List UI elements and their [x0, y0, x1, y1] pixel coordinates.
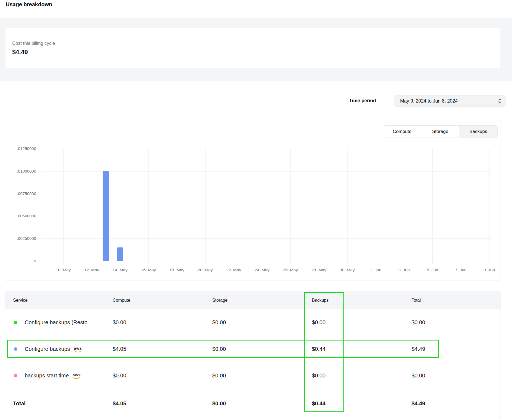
y-axis-tick-label: .01000000 — [6, 169, 36, 173]
table-row[interactable]: backups start timeaws$0.00$0.00$0.00$0.0… — [5, 362, 501, 389]
x-grid-line — [432, 149, 433, 261]
total-cost-cell: $0.00 — [212, 389, 226, 418]
y-axis-tick-label: .00750000 — [6, 191, 36, 196]
x-axis-tick — [120, 261, 120, 263]
cost-cell: $0.00 — [312, 362, 325, 389]
total-cost-cell: $0.44 — [312, 389, 325, 418]
y-axis-tick-label: .01250000 — [6, 146, 36, 151]
service-legend-dot — [14, 347, 17, 351]
column-header-total: Total — [412, 291, 421, 309]
x-grid-line — [234, 149, 234, 261]
time-period-value: May 9, 2024 to Jun 8, 2024 — [400, 98, 498, 104]
column-header-service: Service — [13, 291, 27, 309]
chart-bar[interactable] — [117, 247, 123, 261]
page-title: Usage breakdown — [6, 1, 52, 8]
table-row[interactable]: Configure backupsaws$4.05$0.00$0.44$4.49 — [5, 336, 501, 362]
chart-bar[interactable] — [103, 171, 109, 261]
column-header-storage: Storage — [212, 291, 227, 309]
cost-cell: $0.00 — [113, 309, 126, 336]
cost-cell: $0.44 — [312, 336, 325, 362]
x-axis-tick-label: 28. May — [305, 268, 333, 272]
y-axis-tick-label: .00250000 — [6, 236, 36, 241]
service-name: backups start timeaws — [25, 362, 106, 389]
x-axis-tick-label: 5. Jun — [418, 268, 447, 272]
x-axis-tick — [432, 261, 433, 263]
cost-cell: $4.05 — [113, 336, 126, 362]
x-axis-tick-label: 24. May — [248, 268, 276, 272]
cost-cell: $0.00 — [212, 336, 226, 362]
service-name: Configure backups (Resto — [25, 309, 106, 336]
billing-cycle-amount: $4.49 — [12, 49, 28, 56]
x-axis-tick — [347, 261, 347, 263]
cost-cell: $0.00 — [312, 309, 325, 336]
cost-cell: $0.00 — [212, 362, 226, 389]
x-axis-tick-label: 1. Jun — [362, 268, 390, 272]
x-axis-tick — [148, 261, 149, 263]
x-axis-line — [41, 261, 492, 261]
x-axis-tick-label: 26. May — [276, 268, 305, 272]
select-updown-chevron-icon — [498, 98, 502, 104]
x-axis-tick-label: 16. May — [134, 268, 163, 272]
x-axis-tick — [404, 261, 404, 263]
cost-cell: $0.00 — [412, 362, 425, 389]
x-grid-line — [489, 149, 489, 261]
x-axis-tick-label: 10. May — [49, 268, 77, 272]
usage-breakdown-page: Usage breakdown Cost this billing cycle … — [0, 0, 512, 420]
time-period-label: Time period — [349, 98, 376, 104]
tab-compute[interactable]: Compute — [383, 126, 421, 138]
table-header-row: ServiceComputeStorageBackupsTotal — [5, 291, 501, 309]
x-grid-line — [461, 149, 461, 261]
x-axis-tick — [461, 261, 461, 263]
x-axis-tick — [234, 261, 234, 263]
cost-cell: $4.49 — [412, 336, 425, 362]
x-axis-tick — [376, 261, 376, 263]
x-grid-line — [92, 149, 92, 261]
aws-logo-icon: aws — [72, 373, 81, 379]
x-axis-tick-label: 14. May — [106, 268, 134, 272]
total-cost-cell: $4.49 — [412, 389, 425, 418]
x-axis-tick-label: 20. May — [191, 268, 219, 272]
total-cost-cell: $4.05 — [113, 389, 126, 418]
total-row-label: Total — [13, 389, 26, 418]
x-grid-line — [290, 149, 291, 261]
x-axis-tick — [177, 261, 177, 263]
aws-logo-icon: aws — [74, 346, 82, 353]
cost-cell: $0.00 — [113, 362, 126, 389]
billing-cycle-card — [5, 28, 500, 68]
cost-cell: $0.00 — [212, 309, 226, 336]
x-grid-line — [205, 149, 206, 261]
table-total-row: Total$4.05$0.00$0.44$4.49 — [5, 389, 501, 418]
y-grid-line — [41, 171, 492, 171]
table-row[interactable]: Configure backups (Resto$0.00$0.00$0.00$… — [5, 309, 501, 336]
x-grid-line — [404, 149, 404, 261]
x-grid-line — [319, 149, 319, 261]
service-legend-dot — [14, 374, 17, 377]
x-axis-tick-label: 3. Jun — [390, 268, 418, 272]
x-axis-tick-label: 18. May — [163, 268, 191, 272]
x-axis-tick-label: 12. May — [78, 268, 106, 272]
x-grid-line — [120, 149, 120, 261]
cost-cell: $0.00 — [412, 309, 425, 336]
y-grid-line — [41, 149, 492, 149]
billing-cycle-label: Cost this billing cycle — [12, 41, 55, 46]
tab-backups[interactable]: Backups — [459, 126, 497, 138]
time-period-select[interactable]: May 9, 2024 to Jun 8, 2024 — [394, 95, 506, 107]
tab-storage[interactable]: Storage — [421, 126, 459, 138]
x-axis-tick-label: 30. May — [333, 268, 361, 272]
column-header-backups: Backups — [312, 291, 328, 309]
x-axis-tick — [489, 261, 489, 263]
usage-table: ServiceComputeStorageBackupsTotal Config… — [5, 291, 501, 418]
x-grid-line — [63, 149, 64, 261]
service-legend-dot — [14, 321, 17, 324]
x-axis-tick-label: 9. Jun — [475, 268, 503, 272]
chart-metric-tabs: ComputeStorageBackups — [383, 125, 498, 138]
usage-chart-panel — [5, 119, 501, 281]
x-grid-line — [177, 149, 177, 261]
x-axis-tick — [319, 261, 319, 263]
x-grid-line — [376, 149, 376, 261]
x-axis-tick — [262, 261, 262, 263]
billing-summary-band — [0, 18, 512, 81]
x-axis-tick-label: 22. May — [220, 268, 248, 272]
column-header-compute: Compute — [113, 291, 130, 309]
x-grid-line — [262, 149, 262, 261]
